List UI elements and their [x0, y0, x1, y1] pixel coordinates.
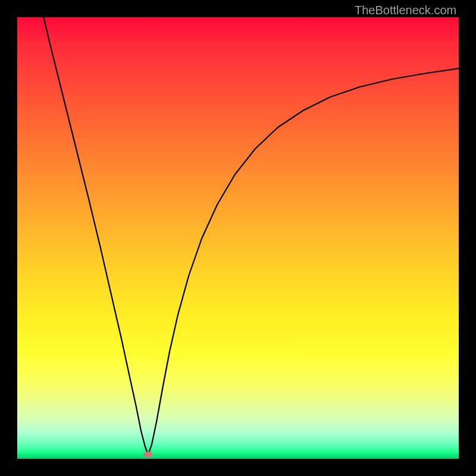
plot-area — [17, 17, 459, 459]
outer-frame: TheBottleneck.com — [0, 0, 476, 476]
curve-layer — [17, 17, 459, 459]
optimum-marker — [143, 452, 153, 458]
bottleneck-curve — [43, 17, 459, 455]
watermark-text: TheBottleneck.com — [355, 4, 456, 17]
